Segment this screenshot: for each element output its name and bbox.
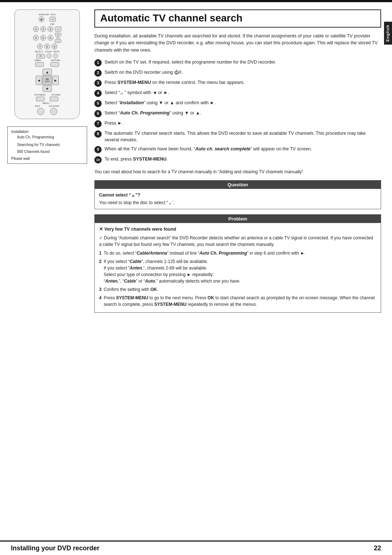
problem-step-num: 4 [99,295,102,308]
step-text: Select “Installation” using ▼ or ▲ and c… [105,100,381,106]
step-item: 5 Select “Installation” using ▼ or ▲ and… [94,100,381,107]
screen-title: Installation [11,130,83,134]
problem-title-text: Very few TV channels were found [104,227,176,232]
step-text: Press ►. [105,120,381,126]
step-item: 8 The automatic TV channel search starts… [94,130,381,143]
step-item: 3 Press SYSTEM-MENU on the remote contro… [94,79,381,87]
problem-step-num: 3 [99,286,102,293]
step-item: 7 Press ►. [94,120,381,127]
screen-item-3: 000 Channels found [11,149,83,154]
problem-step-text: If you select “Cable”, channels 1-125 wi… [104,258,241,284]
left-column: MONITOR A/CH ⏻ + CH 1 2 3 – 4 [7,9,87,318]
question-header: Question [95,181,381,189]
problem-step-1: 1 To do so, select “Cable/Antenna” inste… [99,250,376,256]
remote-illustration: MONITOR A/CH ⏻ + CH 1 2 3 – 4 [15,9,80,119]
step-item: 10 To end, press SYSTEM-MENU. [94,156,381,163]
step-text: Press SYSTEM-MENU on the remote control.… [105,79,381,86]
step-number: 10 [94,156,102,163]
step-number: 3 [94,80,102,87]
screen-wait: Please wait [11,157,83,161]
screen-item-1: Auto Ch. Programming [11,134,83,140]
step-number: 9 [94,146,102,153]
footnote: You can read about how to search for a T… [94,169,381,175]
bottom-page-number: 22 [374,544,381,552]
problem-step-3: 3 Confirm the setting with OK. [99,286,376,293]
step-text: The automatic TV channel search starts. … [105,130,381,143]
step-item: 1 Switch on the TV set. If required, sel… [94,59,381,66]
step-number: 8 [94,130,102,138]
bottom-title: Installing your DVD recorder [11,544,99,552]
problem-step-num: 2 [99,258,102,284]
screen-display: Installation Auto Ch. Programming Search… [7,126,87,164]
problem-box: Problem ✕ Very few TV channels were foun… [94,214,381,313]
problem-title: ✕ Very few TV channels were found [99,226,376,233]
step-item: 2 Switch on the DVD recorder using ⏻/I. [94,69,381,77]
problem-step-2: 2 If you select “Cable”, channels 1-125 … [99,258,376,284]
problem-header: Problem [95,215,381,223]
step-number: 5 [94,100,102,107]
step-text: To end, press SYSTEM-MENU. [105,156,381,162]
step-number: 7 [94,120,102,127]
step-text: Select “⩡” symbol with ◄ or ►. [105,89,381,96]
step-item: 4 Select “⩡” symbol with ◄ or ►. [94,89,381,97]
step-number: 1 [94,59,102,66]
question-box: Question Cannot select “⩡”? You need to … [94,180,381,209]
page-title: Automatic TV channel search [100,12,375,24]
problem-step-text: Confirm the setting with OK. [104,286,158,293]
problem-body: ✕ Very few TV channels were found ✓ Duri… [95,223,381,312]
problem-check-text: ✓ During “Automatic channel search” the … [99,235,376,248]
language-tab: English [384,22,392,45]
question-body: Cannot select “⩡”? You need to stop the … [95,189,381,209]
step-text: Switch on the TV set. If required, selec… [105,59,381,65]
question-text: Cannot select “⩡”? [99,192,376,198]
intro-paragraph: During installation, all available TV ch… [94,33,381,54]
step-text: Select “Auto Ch. Programming” using ▼ or… [105,110,381,116]
problem-step-text: To do so, select “Cable/Antenna” instead… [104,250,306,256]
question-answer: You need to stop the disc to select “⩡’. [99,199,376,206]
step-number: 6 [94,110,102,117]
step-text: Switch on the DVD recorder using ⏻/I. [105,69,381,76]
screen-item-2: Searching for TV channels [11,142,83,147]
step-item: 9 When all the TV channels have been fou… [94,146,381,153]
right-column: Automatic TV channel search During insta… [94,9,381,318]
step-item: 6 Select “Auto Ch. Programming” using ▼ … [94,110,381,117]
step-text: When all the TV channels have been found… [105,146,381,152]
title-box: Automatic TV channel search [94,9,381,28]
problem-step-4: 4 Press SYSTEM-MENU to go to the next me… [99,295,376,308]
problem-step-num: 1 [99,250,102,256]
problem-numbered-list: 1 To do so, select “Cable/Antenna” inste… [99,250,376,308]
step-number: 2 [94,69,102,77]
step-number: 4 [94,90,102,97]
x-icon: ✕ [99,227,103,232]
steps-list: 1 Switch on the TV set. If required, sel… [94,59,381,163]
bottom-bar: Installing your DVD recorder 22 [0,540,392,555]
problem-step-text: Press SYSTEM-MENU to go to the next menu… [104,295,376,308]
